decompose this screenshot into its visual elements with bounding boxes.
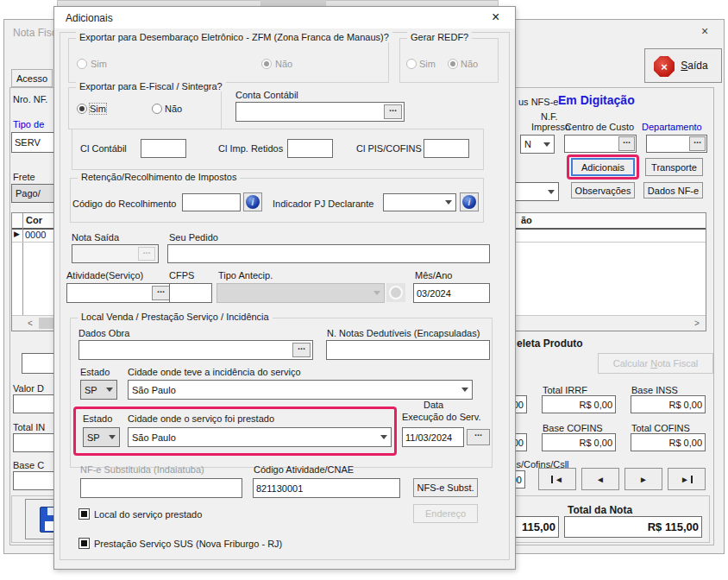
conta-contabil-label: Conta Contábil: [235, 90, 298, 100]
nota-saida-lookup-button: ...: [138, 247, 155, 261]
window-close-icon[interactable]: ×: [701, 24, 708, 38]
group-local-venda-caption: Local Venda / Prestação Serviço / Incidê…: [78, 312, 273, 322]
zfm-sim-radio[interactable]: [77, 59, 87, 69]
scroll-left-button[interactable]: <: [23, 316, 37, 331]
dados-obra-field[interactable]: [78, 340, 313, 360]
mes-ano-field[interactable]: 03/2024: [413, 283, 490, 303]
base-c-label: Base C: [13, 460, 44, 470]
observacoes-button[interactable]: Observações: [571, 182, 635, 199]
chevron-down-icon: [373, 291, 380, 295]
cl-pis-cofins-field[interactable]: [424, 139, 469, 158]
saida-button[interactable]: × Saída: [644, 48, 722, 83]
centro-custo-lookup-button[interactable]: ...: [618, 136, 635, 151]
tab-acesso[interactable]: Acesso: [11, 69, 53, 87]
scroll-right-button[interactable]: >: [690, 316, 704, 331]
zfm-sim-label: Sim: [91, 59, 107, 69]
total-cofins-field: R$ 0,00: [631, 433, 706, 451]
tipo-antecip-label: Tipo Antecip.: [218, 270, 273, 281]
group-efiscal-caption: Exportar para E-Fiscal / Sintegra?: [76, 81, 226, 91]
redf-sim-radio[interactable]: [406, 59, 417, 69]
codigo-recolhimento-label: Código do Recolhimento: [72, 199, 176, 209]
nf-impresso-select[interactable]: N: [520, 135, 555, 154]
tipo-de-label: Tipo de: [13, 119, 44, 129]
valor-d-label: Valor D: [13, 383, 44, 394]
base-cofins-label: Base COFINS: [543, 423, 603, 433]
screen: Nota Fisc × × Saída Acesso Nro. NF. us N…: [0, 0, 728, 580]
total-da-nota-field: R$ 115,00: [564, 516, 702, 538]
seu-pedido-field[interactable]: [167, 244, 490, 263]
nfse-subst-button[interactable]: NFS-e Subst.: [413, 478, 478, 497]
zfm-nao-radio[interactable]: [261, 59, 272, 69]
chevron-down-icon: [548, 190, 555, 194]
chevron-down-icon: [445, 200, 452, 205]
data-execucao-field[interactable]: 11/03/2024: [402, 427, 464, 447]
deleta-produto-label: eleta Produto: [517, 337, 583, 350]
local-servico-checkbox[interactable]: [78, 508, 90, 520]
cl-contabil-field[interactable]: [141, 139, 186, 158]
nav-next-button[interactable]: ►: [624, 468, 662, 490]
frete-label: Frete: [13, 172, 35, 182]
atividade-lookup-button[interactable]: ...: [152, 286, 170, 300]
nav-last-button[interactable]: ►: [668, 468, 706, 490]
calcular-nota-fiscal-button[interactable]: Calcular Nota Fiscal: [598, 353, 713, 374]
dados-nfe-button[interactable]: Dados NF-e: [643, 182, 703, 199]
dialog-close-icon[interactable]: ×: [492, 9, 499, 25]
redf-sim-label: Sim: [419, 59, 436, 69]
conta-contabil-field[interactable]: [235, 102, 405, 122]
nav-last-bar: [691, 476, 693, 483]
grid-col-descricao: ão: [521, 215, 532, 225]
group-retencao-caption: Retenção/Recolhimento de Impostos: [78, 172, 240, 182]
cidade-prestado-select[interactable]: São Paulo: [128, 427, 392, 447]
indicador-pj-info-button[interactable]: i: [460, 192, 479, 211]
chevron-down-icon: [380, 435, 387, 439]
cidade-prestado-label: Cidade onde o serviço foi prestado: [128, 413, 274, 424]
n-notas-field[interactable]: [326, 340, 490, 360]
codigo-recolhimento-info-button[interactable]: i: [243, 192, 262, 211]
grid-row-id: 0000: [25, 230, 46, 240]
cfps-field[interactable]: [169, 283, 212, 303]
mes-ano-label: Mês/Ano: [415, 270, 452, 281]
transporte-button[interactable]: Transporte: [645, 158, 703, 176]
prestacao-sus-checkbox[interactable]: [78, 538, 90, 549]
estado2-label: Estado: [83, 413, 112, 424]
nro-nf-label: Nro. NF.: [13, 94, 47, 104]
cl-imp-retidos-label: Cl Imp. Retidos: [218, 143, 283, 154]
efiscal-nao-label: Não: [165, 104, 182, 114]
codigo-cnae-field[interactable]: 821130001: [253, 478, 400, 498]
redf-nao-label: Não: [461, 59, 478, 69]
indicador-pj-select[interactable]: [383, 193, 456, 211]
dados-obra-lookup-button[interactable]: ...: [292, 343, 311, 357]
chevron-down-icon: [461, 388, 468, 392]
nav-first-button[interactable]: ◄: [538, 468, 576, 490]
codigo-cnae-label: Código Atividade/CNAE: [254, 464, 354, 475]
estado-select[interactable]: SP: [80, 380, 117, 400]
endereco-button: Endereço: [413, 504, 478, 523]
group-redf-caption: Gerar REDF?: [407, 32, 472, 42]
chevron-down-icon: [109, 435, 116, 439]
codigo-recolhimento-field[interactable]: [182, 193, 241, 211]
antecip-circle-icon: [386, 283, 405, 302]
efiscal-sim-radio[interactable]: [77, 104, 87, 114]
stop-x-glyph: ×: [661, 60, 668, 73]
cl-pis-cofins-label: Cl PIS/COFINS: [356, 143, 422, 154]
base-cofins-field: R$ 0,00: [542, 433, 616, 451]
conta-contabil-lookup-button[interactable]: ...: [384, 104, 402, 119]
centro-custo-label: Centro de Custo: [565, 122, 634, 132]
data-execucao-lookup-button[interactable]: ...: [467, 429, 490, 445]
cl-imp-retidos-field[interactable]: [287, 139, 333, 158]
seu-pedido-label: Seu Pedido: [169, 232, 218, 243]
departamento-lookup-button[interactable]: ...: [689, 136, 706, 151]
nav-prev-button[interactable]: ◄: [581, 468, 619, 490]
estado2-select[interactable]: SP: [83, 427, 120, 447]
nfe-substituida-field[interactable]: [80, 478, 242, 498]
zfm-nao-label: Não: [275, 59, 292, 69]
atividade-label: Atividade(Serviço): [66, 270, 143, 281]
dados-obra-label: Dados Obra: [78, 328, 129, 338]
total-da-nota-label: Total da Nota: [568, 504, 632, 516]
n-notas-label: N. Notas Dedutíveis (Encapsuladas): [327, 328, 480, 338]
adicionais-button[interactable]: Adicionais: [571, 158, 635, 176]
cidade-incidencia-select[interactable]: São Paulo: [128, 380, 473, 400]
redf-nao-radio[interactable]: [448, 59, 458, 69]
efiscal-nao-radio[interactable]: [152, 104, 162, 114]
window-title: Nota Fisc: [13, 27, 57, 39]
